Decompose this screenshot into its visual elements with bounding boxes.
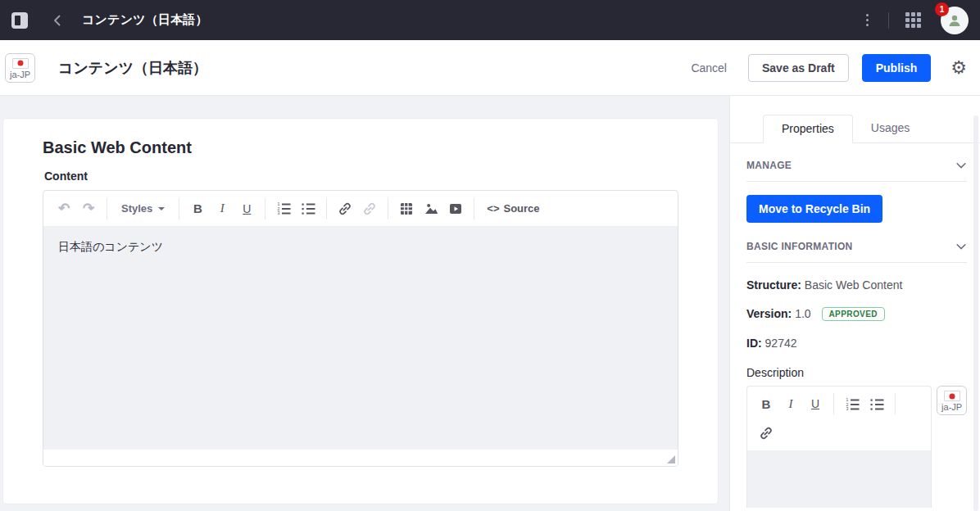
structure-row: Structure: Basic Web Content (746, 278, 967, 292)
status-badge: APPROVED (822, 307, 885, 321)
content-column: Basic Web Content Content ↶ ↷ Styles B I… (0, 96, 729, 511)
cancel-button[interactable]: Cancel (691, 61, 727, 75)
bold-button[interactable]: B (754, 391, 778, 416)
gear-icon[interactable]: ⚙ (951, 59, 967, 77)
properties-sidebar: Properties Usages MANAGE Move to Recycle… (729, 96, 980, 511)
locale-label: ja-JP (941, 402, 962, 412)
page-header: ja-JP コンテンツ（日本語） Cancel Save as Draft Pu… (0, 40, 980, 96)
source-button[interactable]: <> Source (480, 202, 546, 215)
tab-usages[interactable]: Usages (853, 115, 928, 143)
content-field-label: Content (44, 170, 678, 183)
description-content-area[interactable] (747, 450, 931, 508)
link-icon[interactable] (754, 421, 778, 445)
avatar[interactable]: 1 (941, 7, 969, 34)
image-icon[interactable] (419, 197, 443, 221)
styles-dropdown[interactable]: Styles (113, 202, 173, 215)
id-label: ID: (746, 337, 762, 350)
basic-info-section-title: BASIC INFORMATION (746, 241, 853, 252)
sidebar-tabs: Properties Usages (730, 96, 980, 143)
description-toolbar-row-1: B I U 1 2 3 (747, 387, 931, 416)
app-grid-icon[interactable] (905, 12, 921, 28)
locale-label: ja-JP (10, 70, 30, 79)
move-to-recycle-bin-button[interactable]: Move to Recycle Bin (746, 195, 882, 223)
unlink-icon[interactable] (357, 197, 382, 221)
page-title: コンテンツ（日本語） (58, 58, 207, 78)
basic-info-section-toggle[interactable]: BASIC INFORMATION (746, 237, 967, 263)
rich-text-editor: ↶ ↷ Styles B I U 1 2 (43, 190, 678, 467)
topbar: コンテンツ（日本語） 1 (0, 0, 980, 40)
code-brackets-icon: <> (487, 202, 499, 215)
chevron-down-icon (955, 160, 967, 171)
version-value: 1.0 (795, 307, 810, 320)
notification-badge[interactable]: 1 (935, 2, 949, 16)
video-icon[interactable] (443, 197, 468, 221)
rte-status-bar (43, 450, 678, 466)
undo-icon[interactable]: ↶ (52, 197, 76, 221)
content-card-title: Basic Web Content (43, 138, 678, 157)
description-toolbar-row-2 (747, 416, 931, 445)
ordered-list-icon[interactable]: 1 2 3 (271, 197, 296, 221)
manage-section-toggle[interactable]: MANAGE (746, 156, 967, 182)
chevron-left-icon (51, 14, 64, 27)
save-as-draft-button[interactable]: Save as Draft (748, 54, 849, 82)
structure-value: Basic Web Content (805, 278, 903, 292)
structure-label: Structure: (746, 278, 801, 292)
underline-button[interactable]: U (234, 197, 259, 221)
redo-icon[interactable]: ↷ (76, 197, 101, 221)
product-menu-icon[interactable] (11, 12, 28, 29)
unordered-list-icon[interactable] (864, 391, 889, 416)
link-icon[interactable] (333, 197, 357, 221)
unordered-list-icon[interactable] (296, 197, 320, 221)
ordered-list-icon[interactable]: 1 2 3 (840, 391, 864, 416)
tab-properties[interactable]: Properties (763, 115, 853, 143)
publish-button[interactable]: Publish (862, 54, 932, 82)
rte-toolbar: ↶ ↷ Styles B I U 1 2 (43, 191, 678, 227)
kebab-menu-icon[interactable] (863, 11, 872, 29)
locale-selector[interactable]: ja-JP (5, 53, 35, 83)
description-editor: B I U 1 2 3 (746, 386, 932, 508)
underline-button[interactable]: U (803, 391, 828, 416)
svg-text:3: 3 (277, 210, 279, 215)
chevron-down-icon (955, 241, 967, 252)
content-card: Basic Web Content Content ↶ ↷ Styles B I… (2, 118, 719, 504)
source-label: Source (504, 202, 540, 215)
italic-button[interactable]: I (210, 197, 234, 221)
chevron-down-icon (158, 207, 165, 210)
topbar-divider (888, 12, 889, 29)
bold-button[interactable]: B (185, 197, 210, 221)
resize-handle[interactable] (667, 455, 675, 464)
id-row: ID: 92742 (746, 337, 967, 350)
back-button[interactable] (51, 14, 64, 27)
id-value: 92742 (765, 337, 797, 350)
version-row: Version: 1.0 APPROVED (746, 307, 967, 321)
italic-button[interactable]: I (778, 391, 803, 416)
description-field: B I U 1 2 3 (746, 386, 967, 508)
topbar-title: コンテンツ（日本語） (82, 12, 208, 28)
japan-flag-icon (944, 391, 960, 401)
version-label: Version: (746, 307, 792, 320)
rte-content-area[interactable]: 日本語のコンテンツ (43, 227, 678, 450)
table-icon[interactable] (394, 197, 419, 221)
styles-label: Styles (121, 202, 152, 215)
manage-section-title: MANAGE (746, 160, 792, 171)
description-locale-selector[interactable]: ja-JP (937, 386, 967, 415)
main-area: Basic Web Content Content ↶ ↷ Styles B I… (0, 96, 980, 511)
user-icon (946, 12, 963, 29)
header-actions: Cancel Save as Draft Publish ⚙ (691, 54, 967, 82)
japan-flag-icon (12, 58, 29, 69)
svg-text:3: 3 (846, 406, 848, 411)
sidebar-content: MANAGE Move to Recycle Bin BASIC INFORMA… (730, 143, 980, 508)
topbar-actions: 1 (863, 7, 969, 34)
description-label: Description (746, 366, 967, 379)
sidebar-scrollbar[interactable] (973, 115, 978, 511)
